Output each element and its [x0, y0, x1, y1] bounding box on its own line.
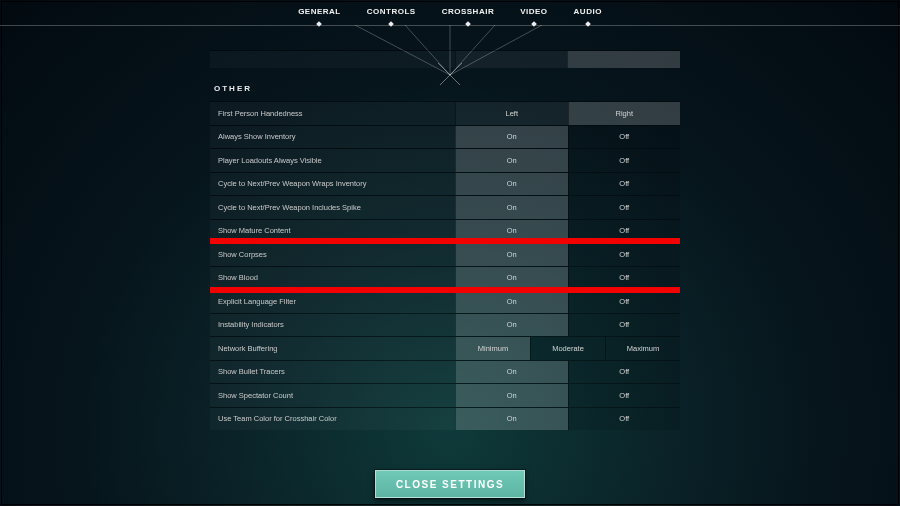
- setting-options: OnOff: [455, 361, 680, 384]
- setting-options: OnOff: [455, 408, 680, 431]
- setting-options: MinimumModerateMaximum: [455, 337, 680, 360]
- setting-option[interactable]: On: [455, 196, 568, 219]
- setting-row: Explicit Language FilterOnOff: [210, 289, 680, 313]
- setting-row: Show BloodOnOff: [210, 266, 680, 290]
- setting-row: Cycle to Next/Prev Weapon Wraps Inventor…: [210, 172, 680, 196]
- setting-row: Instability IndicatorsOnOff: [210, 313, 680, 337]
- setting-options: LeftRight: [455, 102, 680, 125]
- setting-option[interactable]: On: [455, 220, 568, 243]
- setting-option[interactable]: On: [455, 149, 568, 172]
- setting-option[interactable]: On: [455, 314, 568, 337]
- setting-option[interactable]: Maximum: [605, 337, 680, 360]
- setting-option[interactable]: On: [455, 361, 568, 384]
- tab-video[interactable]: VIDEO: [520, 7, 547, 18]
- diamond-icon: [585, 21, 591, 27]
- setting-option[interactable]: Right: [568, 102, 681, 125]
- setting-row: Show Bullet TracersOnOff: [210, 360, 680, 384]
- setting-option[interactable]: Off: [568, 196, 681, 219]
- setting-option[interactable]: Off: [568, 361, 681, 384]
- setting-option[interactable]: On: [455, 408, 568, 431]
- setting-row: Player Loadouts Always VisibleOnOff: [210, 148, 680, 172]
- diamond-icon: [465, 21, 471, 27]
- setting-option[interactable]: Off: [568, 220, 681, 243]
- settings-tab-bar: GENERAL CONTROLS CROSSHAIR VIDEO AUDIO: [0, 0, 900, 26]
- setting-option[interactable]: Off: [568, 149, 681, 172]
- setting-label: Show Blood: [210, 267, 455, 290]
- setting-option[interactable]: Off: [568, 243, 681, 266]
- truncated-prev-row: [210, 50, 680, 68]
- diamond-icon: [531, 21, 537, 27]
- setting-label: Show Spectator Count: [210, 384, 455, 407]
- setting-option[interactable]: Left: [455, 102, 568, 125]
- setting-options: OnOff: [455, 243, 680, 266]
- tab-label: VIDEO: [520, 7, 547, 16]
- tab-controls[interactable]: CONTROLS: [367, 7, 416, 18]
- setting-option[interactable]: Minimum: [455, 337, 530, 360]
- setting-options: OnOff: [455, 149, 680, 172]
- settings-panel: OTHER First Person HandednessLeftRightAl…: [210, 50, 680, 460]
- setting-options: OnOff: [455, 267, 680, 290]
- setting-options: OnOff: [455, 290, 680, 313]
- setting-label: Always Show Inventory: [210, 126, 455, 149]
- tab-label: AUDIO: [574, 7, 602, 16]
- setting-label: Use Team Color for Crosshair Color: [210, 408, 455, 431]
- setting-option[interactable]: Moderate: [530, 337, 605, 360]
- setting-label: Explicit Language Filter: [210, 290, 455, 313]
- setting-options: OnOff: [455, 126, 680, 149]
- setting-label: Instability Indicators: [210, 314, 455, 337]
- setting-option[interactable]: On: [455, 267, 568, 290]
- setting-option[interactable]: On: [455, 126, 568, 149]
- setting-label: Cycle to Next/Prev Weapon Wraps Inventor…: [210, 173, 455, 196]
- setting-label: Show Bullet Tracers: [210, 361, 455, 384]
- setting-options: OnOff: [455, 314, 680, 337]
- setting-row: Always Show InventoryOnOff: [210, 125, 680, 149]
- section-header-other: OTHER: [210, 68, 680, 101]
- setting-options: OnOff: [455, 220, 680, 243]
- setting-options: OnOff: [455, 384, 680, 407]
- setting-label: Show Corpses: [210, 243, 455, 266]
- setting-row: Show CorpsesOnOff: [210, 242, 680, 266]
- setting-option[interactable]: Off: [568, 267, 681, 290]
- setting-options: OnOff: [455, 173, 680, 196]
- setting-option[interactable]: Off: [568, 173, 681, 196]
- diamond-icon: [388, 21, 394, 27]
- setting-option[interactable]: Off: [568, 126, 681, 149]
- setting-row: First Person HandednessLeftRight: [210, 101, 680, 125]
- tab-label: GENERAL: [298, 7, 341, 16]
- setting-option[interactable]: Off: [568, 384, 681, 407]
- setting-option[interactable]: On: [455, 290, 568, 313]
- close-settings-button[interactable]: CLOSE SETTINGS: [375, 470, 525, 498]
- setting-option[interactable]: On: [455, 384, 568, 407]
- setting-label: First Person Handedness: [210, 102, 455, 125]
- setting-row: Show Spectator CountOnOff: [210, 383, 680, 407]
- tab-audio[interactable]: AUDIO: [574, 7, 602, 18]
- setting-row: Show Mature ContentOnOff: [210, 219, 680, 243]
- tab-crosshair[interactable]: CROSSHAIR: [442, 7, 495, 18]
- setting-label: Network Buffering: [210, 337, 455, 360]
- setting-option[interactable]: Off: [568, 314, 681, 337]
- setting-row: Network BufferingMinimumModerateMaximum: [210, 336, 680, 360]
- setting-row: Use Team Color for Crosshair ColorOnOff: [210, 407, 680, 431]
- diamond-icon: [317, 21, 323, 27]
- setting-label: Show Mature Content: [210, 220, 455, 243]
- tab-general[interactable]: GENERAL: [298, 7, 341, 18]
- setting-label: Cycle to Next/Prev Weapon Includes Spike: [210, 196, 455, 219]
- setting-option[interactable]: On: [455, 173, 568, 196]
- setting-option[interactable]: On: [455, 243, 568, 266]
- setting-row: Cycle to Next/Prev Weapon Includes Spike…: [210, 195, 680, 219]
- tab-label: CONTROLS: [367, 7, 416, 16]
- tab-label: CROSSHAIR: [442, 7, 495, 16]
- close-settings-label: CLOSE SETTINGS: [396, 479, 504, 490]
- setting-options: OnOff: [455, 196, 680, 219]
- setting-option[interactable]: Off: [568, 290, 681, 313]
- setting-option[interactable]: Off: [568, 408, 681, 431]
- setting-label: Player Loadouts Always Visible: [210, 149, 455, 172]
